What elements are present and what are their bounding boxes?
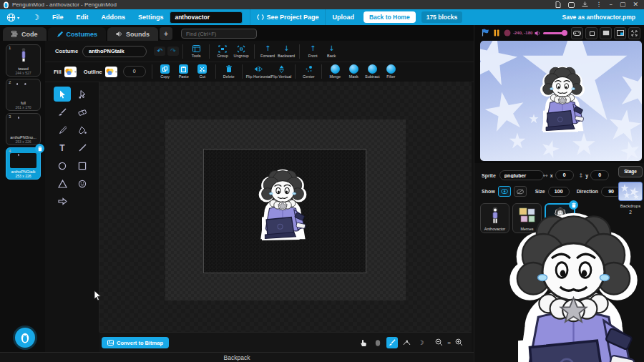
costume-item-2[interactable]: 2 full 261 x 170 [6,79,41,111]
add-costume-button[interactable] [15,328,35,348]
hand-mode-icon[interactable] [358,337,369,348]
small-stage-icon[interactable] [585,27,597,39]
gamepad-icon[interactable] [571,27,583,39]
volume-slider-knob[interactable] [562,30,567,36]
flip-horizontal-button[interactable]: Flip Horizontal [246,65,271,79]
language-globe-icon[interactable]: ▾ [0,9,26,25]
show-sprite-button[interactable] [498,186,511,197]
stop-icon[interactable] [504,26,511,39]
fullscreen-icon[interactable] [628,27,640,39]
upload-button[interactable]: Upload [326,9,361,25]
save-as-button[interactable]: Save as anthovactor.pmp [562,14,635,21]
redo-button[interactable]: ↷ [167,47,179,56]
cut-button[interactable]: Cut [193,65,212,79]
tab-costumes[interactable]: Costumes [48,27,107,41]
forward-button[interactable]: ↑Forward [258,44,277,58]
see-project-page-button[interactable]: See Project Page [250,9,325,25]
node-mode-icon[interactable] [401,337,412,348]
menu-dots-icon[interactable]: ⋮ [595,0,602,9]
rectangle-tool[interactable] [74,158,91,173]
mask-button[interactable]: Mask [344,65,363,79]
convert-to-bitmap-button[interactable]: Convert to Bitmap [102,337,169,348]
tab-sounds[interactable]: Sounds [107,27,158,41]
costume-name-input[interactable] [82,46,147,57]
pen-tool[interactable] [54,122,71,137]
volume-slider[interactable] [543,32,566,34]
back-button[interactable]: ↓Back [322,44,341,58]
add-tab-button[interactable]: + [160,27,172,40]
backward-button[interactable]: ↓Backward [277,44,296,58]
brush-tool[interactable] [54,104,71,119]
costume-item-1[interactable]: 1 tweed 244 x 527 [6,44,41,77]
theme-moon-icon[interactable]: ☽ [26,9,46,25]
delete-costume-icon[interactable] [35,144,44,153]
menu-addons[interactable]: Addons [94,9,132,25]
text-tool[interactable]: T [54,140,71,155]
outline-color-swatch[interactable]: ▾ [105,67,117,77]
copy-button[interactable]: Copy [156,65,175,79]
front-button[interactable]: ↑Front [303,44,322,58]
fill-tool[interactable] [74,122,91,137]
maximize-button[interactable]: ▢ [620,0,626,9]
eraser-tool[interactable] [74,104,91,119]
zoom-in-icon[interactable] [455,336,463,349]
pip-stage-icon[interactable] [614,27,626,39]
hide-sprite-button[interactable] [514,186,527,197]
line-tool[interactable] [74,140,91,155]
pause-icon[interactable] [494,26,499,39]
filter-button[interactable]: Filter [381,65,400,79]
sprite-size-input[interactable]: 100 [548,187,570,197]
canvas-work-area[interactable] [165,119,406,300]
circle-tool[interactable] [54,158,71,173]
back-to-home-button[interactable]: Back to Home [364,11,416,23]
zoom-out-icon[interactable] [435,336,443,349]
backdrop-thumbnail[interactable] [618,182,643,201]
oval-mode-icon[interactable] [372,337,384,348]
sprite-tile-anthovactor[interactable]: Anthovactor [480,203,509,233]
tab-code[interactable]: Code [3,27,47,41]
paint-mode-icon[interactable] [386,337,398,348]
backpack-bar[interactable]: Backpack [0,352,474,362]
group-button[interactable]: Group [213,44,232,58]
tools-button[interactable]: Tools [187,44,205,58]
costume-item-3[interactable]: 3 anthoPNGno... 253 x 226 [6,113,41,145]
large-stage-icon[interactable] [600,27,612,39]
paint-canvas[interactable]: Convert to Bitmap ☽ = [99,82,472,332]
center-button[interactable]: Center [299,65,318,79]
paste-button[interactable]: Paste [175,65,193,79]
find-input[interactable] [181,29,257,39]
sprite-x-input[interactable]: 0 [555,170,574,180]
merge-button[interactable]: Merge [326,65,344,79]
sticker-tool[interactable] [74,176,91,191]
menu-edit[interactable]: Edit [69,9,94,25]
reshape-tool[interactable] [74,87,91,102]
costume-item-4-selected[interactable]: 4 anthoPNGtalk 253 x 226 [6,147,41,180]
delete-button[interactable]: Delete [220,65,238,79]
speaker-icon[interactable] [535,26,541,39]
select-tool[interactable] [54,87,71,102]
ungroup-button[interactable]: Ungroup [232,44,250,58]
subtract-button[interactable]: Subtract [363,65,381,79]
fill-color-swatch[interactable]: ▾ [64,67,77,77]
new-file-icon[interactable] [555,1,561,8]
flip-vertical-button[interactable]: Flip Vertical [271,65,291,79]
project-name-input[interactable] [170,11,243,24]
pip-icon[interactable] [568,2,575,8]
sprite-tile-pngtuber-selected[interactable] [545,203,575,235]
minimize-button[interactable]: – [609,0,613,9]
close-button[interactable]: ✕ [633,0,638,9]
canvas-character[interactable] [251,168,314,240]
dark-mode-moon-icon[interactable]: ☽ [415,337,426,348]
menu-settings[interactable]: Settings [132,9,170,25]
stage-sprite[interactable] [533,65,592,132]
sprite-y-input[interactable]: 0 [590,170,609,180]
costume-bounds[interactable] [203,149,366,273]
delete-sprite-icon[interactable] [569,200,578,210]
stroke-width-input[interactable]: 0 [123,66,146,77]
stage-button[interactable]: Stage [618,166,643,177]
triangle-tool[interactable] [54,176,71,191]
menu-file[interactable]: File [46,9,70,25]
stage-preview[interactable] [480,41,642,161]
sprite-name-input[interactable] [499,170,544,180]
arrow-tool[interactable] [54,194,71,209]
